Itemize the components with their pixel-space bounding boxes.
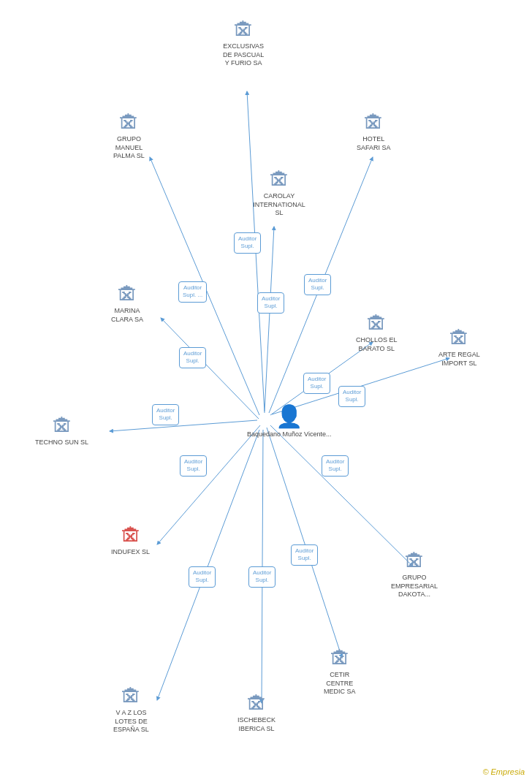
auditor-box-2[interactable]: AuditorSupl. ... [178, 281, 207, 303]
label-grupo-dakota: GRUPOEMPRESARIALDAKOTA... [391, 574, 438, 599]
auditor-box-12[interactable]: AuditorSupl. [189, 566, 216, 588]
svg-line-11 [157, 430, 259, 700]
building-icon-carolay: 🏚 [269, 170, 289, 191]
building-icon-chollos: 🏚 [366, 314, 387, 335]
svg-line-7 [110, 420, 257, 431]
label-ischebeck: ISCHEBECKIBERICA SL [238, 716, 276, 733]
node-grupo-dakota[interactable]: 🏚 GRUPOEMPRESARIALDAKOTA... [391, 552, 438, 599]
building-icon-techno-sun: 🏚 [52, 417, 72, 437]
auditor-box-13[interactable]: AuditorSupl. [248, 566, 276, 588]
node-chollos[interactable]: 🏚 CHOLLOS ELBARATO SL [356, 314, 398, 353]
building-icon-grupo-dakota: 🏚 [404, 552, 425, 572]
node-vaz-los[interactable]: 🏚 V A Z LOSLOTES DEESPAÑA SL [113, 687, 149, 734]
person-icon: 👤 [276, 403, 303, 429]
svg-line-2 [265, 227, 274, 411]
label-grupo-manuel: GRUPOMANUELPALMA SL [113, 135, 145, 161]
auditor-box-3[interactable]: AuditorSupl. [257, 292, 284, 314]
building-icon-vaz-los: 🏚 [121, 687, 141, 707]
center-label: Baquedano Muñoz Vicente... [247, 430, 331, 439]
auditor-box-8[interactable]: AuditorSupl. [152, 404, 179, 425]
center-person-node[interactable]: 👤 Baquedano Muñoz Vicente... [247, 403, 331, 439]
building-icon-ischebeck: 🏚 [246, 694, 267, 715]
node-techno-sun[interactable]: 🏚 TECHNO SUN SL [35, 417, 88, 447]
node-carolay[interactable]: 🏚 CAROLAYINTERNATIONAL SL [250, 170, 308, 218]
auditor-box-4[interactable]: AuditorSupl. [304, 274, 331, 295]
node-exclusivas[interactable]: 🏚 EXCLUSIVASDE PASCUALY FURIO SA [223, 20, 264, 68]
label-carolay: CAROLAYINTERNATIONAL SL [250, 192, 308, 218]
building-icon-cetir-centre: 🏚 [330, 649, 350, 669]
label-marina-clara: MARINACLARA SA [111, 307, 143, 324]
label-arte-regal: ARTE REGALIMPORT SL [438, 351, 480, 368]
label-cetir-centre: CETIRCENTREMEDIC SA [324, 671, 356, 696]
node-hotel-safari[interactable]: 🏚 HOTELSAFARI SA [357, 113, 391, 152]
auditor-box-5[interactable]: AuditorSupl. [179, 347, 206, 368]
label-hotel-safari: HOTELSAFARI SA [357, 135, 391, 152]
label-techno-sun: TECHNO SUN SL [35, 439, 88, 447]
auditor-box-9[interactable]: AuditorSupl. [180, 455, 207, 477]
node-cetir-centre[interactable]: 🏚 CETIRCENTREMEDIC SA [324, 649, 356, 696]
building-icon-arte-regal: 🏚 [449, 329, 469, 349]
label-indufex: INDUFEX SL [111, 548, 150, 557]
auditor-box-10[interactable]: AuditorSupl. [322, 455, 349, 477]
node-ischebeck[interactable]: 🏚 ISCHEBECKIBERICA SL [238, 694, 276, 733]
auditor-box-7[interactable]: AuditorSupl. [338, 386, 365, 407]
building-icon-indufex: 🏚 [121, 526, 141, 547]
node-grupo-manuel[interactable]: 🏚 GRUPOMANUELPALMA SL [113, 113, 145, 161]
building-icon-hotel-safari: 🏚 [363, 113, 384, 134]
label-chollos: CHOLLOS ELBARATO SL [356, 336, 398, 353]
watermark-text: © Empresia [482, 767, 525, 776]
auditor-box-6[interactable]: AuditorSupl. [303, 373, 330, 394]
svg-line-8 [157, 425, 260, 544]
node-arte-regal[interactable]: 🏚 ARTE REGALIMPORT SL [438, 329, 480, 368]
label-exclusivas: EXCLUSIVASDE PASCUALY FURIO SA [223, 42, 264, 68]
auditor-box-1[interactable]: AuditorSupl. [234, 232, 261, 254]
watermark: © Empresia [482, 767, 525, 776]
label-vaz-los: V A Z LOSLOTES DEESPAÑA SL [113, 709, 149, 734]
building-icon-exclusivas: 🏚 [233, 20, 254, 41]
auditor-box-11[interactable]: AuditorSupl. [291, 544, 318, 566]
building-icon-grupo-manuel: 🏚 [118, 113, 139, 134]
node-marina-clara[interactable]: 🏚 MARINACLARA SA [111, 285, 143, 324]
building-icon-marina-clara: 🏚 [117, 285, 137, 305]
node-indufex[interactable]: 🏚 INDUFEX SL [111, 526, 150, 557]
